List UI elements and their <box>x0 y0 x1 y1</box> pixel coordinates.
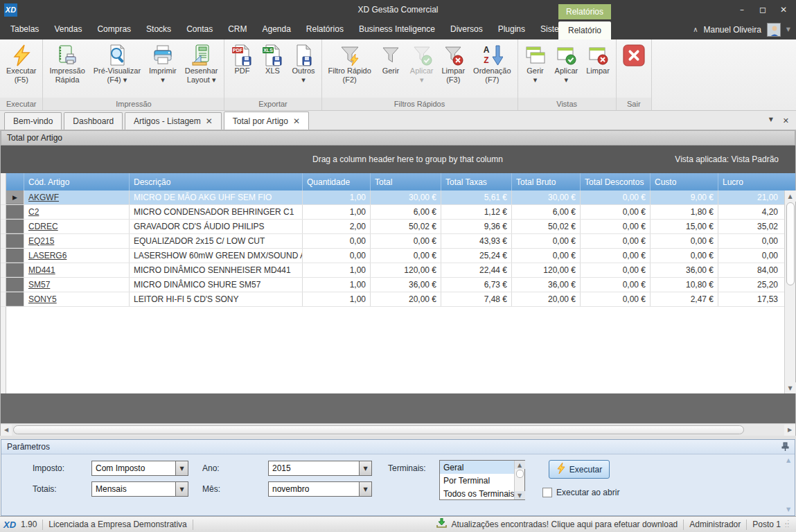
parameters-scrollbar[interactable]: ▲ ▼ <box>784 457 793 513</box>
tab-close-icon[interactable]: ✕ <box>206 118 213 125</box>
article-code-link[interactable]: SONY5 <box>28 294 57 304</box>
terminais-scroll-down-icon[interactable]: ▼ <box>515 491 525 499</box>
scroll-left-icon[interactable]: ◀ <box>1 425 12 436</box>
scroll-up-icon[interactable]: ▲ <box>785 190 796 202</box>
sort-az-button[interactable]: AZOrdenação(F7) <box>469 42 515 85</box>
column-header-c-d-artigo[interactable]: Cód. Artigo <box>24 173 129 190</box>
terminais-option-todos-os-terminais[interactable]: Todos os Terminais <box>440 487 514 499</box>
column-header-total[interactable]: Total <box>370 173 441 190</box>
article-code-link[interactable]: LASERG6 <box>28 251 67 260</box>
table-row[interactable]: LASERG6LASERSHOW 60mW GREEN DMX/SOUND A.… <box>1 249 795 263</box>
menu-item-vendas[interactable]: Vendas <box>46 19 89 39</box>
menu-item-agenda[interactable]: Agenda <box>254 19 298 39</box>
terminais-option-por-terminal[interactable]: Por Terminal <box>440 474 514 487</box>
user-name[interactable]: Manuel Oliveira <box>703 25 761 35</box>
terminais-scroll-up-icon[interactable]: ▲ <box>515 461 525 469</box>
vertical-scroll-thumb[interactable] <box>786 202 795 285</box>
xls-file-button[interactable]: XLSXLS <box>257 42 288 85</box>
mes-dropdown-icon[interactable]: ▼ <box>359 482 371 496</box>
parameters-scroll-up-icon[interactable]: ▲ <box>786 457 790 463</box>
menu-item-contas[interactable]: Contas <box>179 19 220 39</box>
column-header-custo[interactable]: Custo <box>650 173 718 190</box>
terminais-listbox[interactable]: GeralPor TerminalTodos os Terminais ▲ ▼ <box>439 460 525 500</box>
filter-quick-button[interactable]: Filtro Rápido(F2) <box>324 42 375 85</box>
filter-clear-button[interactable]: Limpar(F3) <box>437 42 469 85</box>
terminais-option-geral[interactable]: Geral <box>440 461 514 474</box>
article-code-link[interactable]: CDREC <box>28 222 58 231</box>
contextual-tab-relatorios[interactable]: Relatórios <box>558 4 611 19</box>
menu-item-diversos[interactable]: Diversos <box>443 19 490 39</box>
close-button[interactable]: ✕ <box>774 3 793 17</box>
table-row[interactable]: MD441MICRO DINÂMICO SENNHEISER MD4411,00… <box>1 263 795 278</box>
totais-dropdown-icon[interactable]: ▼ <box>175 482 188 496</box>
minimize-button[interactable]: – <box>732 3 752 17</box>
table-row[interactable]: CDRECGRAVADOR CD'S ÁUDIO PHILIPS2,0050,0… <box>1 220 795 234</box>
tab-artigos-listagem[interactable]: Artigos - Listagem✕ <box>125 112 222 130</box>
article-code-link[interactable]: AKGWF <box>28 193 59 202</box>
resize-grip[interactable]: .::: <box>785 520 793 529</box>
imposto-select[interactable]: Com Imposto ▼ <box>91 461 188 476</box>
ano-dropdown-icon[interactable]: ▼ <box>359 461 371 475</box>
table-row[interactable]: SONY5LEITOR HI-FI 5 CD'S SONY1,0020,00 €… <box>1 292 795 307</box>
exit-button[interactable] <box>619 42 649 76</box>
views-manage-button[interactable]: Gerir▾ <box>520 42 551 85</box>
print-preview-button[interactable]: Pré-Visualizar(F4) ▾ <box>89 42 145 85</box>
execute-button[interactable]: Executar <box>549 460 610 479</box>
scroll-down-icon[interactable]: ▼ <box>785 382 796 393</box>
mes-select[interactable]: novembro ▼ <box>268 481 372 497</box>
terminais-scrollbar[interactable]: ▲ ▼ <box>514 461 524 499</box>
execute-on-open-checkbox[interactable] <box>542 488 552 497</box>
column-header-quantidade[interactable]: Quantidade <box>302 173 370 190</box>
menu-item-plugins[interactable]: Plugins <box>490 19 533 39</box>
ribbon-tab-relatorio[interactable]: Relatório <box>558 21 611 39</box>
update-message-link[interactable]: Atualizações encontradas! Clique aqui pa… <box>451 520 678 529</box>
parameters-scroll-down-icon[interactable]: ▼ <box>786 506 790 513</box>
menu-item-tabelas[interactable]: Tabelas <box>3 19 46 39</box>
article-code-link[interactable]: C2 <box>28 207 39 217</box>
views-clear-button[interactable]: Limpar <box>582 42 614 85</box>
column-header-total-bruto[interactable]: Total Bruto <box>511 173 580 190</box>
pdf-file-button[interactable]: PDFPDF <box>227 42 257 85</box>
table-row[interactable]: EQ215EQUALIZADOR 2x15 C/ LOW CUT0,000,00… <box>1 234 795 249</box>
other-file-button[interactable]: Outros▾ <box>288 42 319 85</box>
column-header-total-descontos[interactable]: Total Descontos <box>580 173 650 190</box>
tab-total-por-artigo[interactable]: Total por Artigo✕ <box>224 112 309 130</box>
column-header-lucro[interactable]: Lucro <box>718 173 782 190</box>
article-code-link[interactable]: EQ215 <box>28 236 54 246</box>
menu-item-business-inteligence[interactable]: Business Inteligence <box>351 19 443 39</box>
execute-lightning-button[interactable]: Executar(F5) <box>2 42 40 85</box>
tab-list-dropdown-icon[interactable]: ▼ <box>769 116 773 125</box>
horizontal-scrollbar[interactable]: ◀ ▶ <box>1 423 795 436</box>
printer-button[interactable]: Imprimir▾ <box>145 42 181 85</box>
menu-item-compras[interactable]: Compras <box>89 19 139 39</box>
tab-close-all-icon[interactable]: ✕ <box>783 116 789 125</box>
terminais-scroll-thumb[interactable] <box>516 470 524 478</box>
article-code-link[interactable]: MD441 <box>28 265 55 275</box>
totais-select[interactable]: Mensais ▼ <box>91 481 188 497</box>
design-layout-button[interactable]: DesenharLayout ▾ <box>181 42 222 85</box>
collapse-ribbon-icon[interactable]: ∧ <box>693 26 698 33</box>
pin-icon[interactable] <box>781 442 789 454</box>
horizontal-scroll-thumb[interactable] <box>13 425 744 434</box>
menu-item-stocks[interactable]: Stocks <box>139 19 179 39</box>
table-row[interactable]: ▶AKGWFMICRO DE MÃO AKG UHF SEM FIO1,0030… <box>1 190 795 205</box>
article-code-link[interactable]: SM57 <box>28 280 50 290</box>
tab-bem-vindo[interactable]: Bem-vindo <box>4 112 62 130</box>
user-dropdown-icon[interactable]: ▼ <box>786 26 790 33</box>
group-by-band[interactable]: Drag a column header here to group by th… <box>1 145 795 173</box>
imposto-dropdown-icon[interactable]: ▼ <box>175 461 188 475</box>
tab-dashboard[interactable]: Dashboard <box>64 112 123 130</box>
vertical-scrollbar[interactable]: ▲ ▼ <box>784 190 795 393</box>
table-row[interactable]: C2MICRO CONDENSADOR BEHRINGER C11,006,00… <box>1 205 795 220</box>
user-avatar[interactable] <box>767 23 781 37</box>
table-row[interactable]: SM57MICRO DINÂMICO SHURE SM571,0036,00 €… <box>1 278 795 292</box>
scroll-right-icon[interactable]: ▶ <box>784 425 795 436</box>
quick-print-button[interactable]: ImpressãoRápida <box>45 42 89 85</box>
views-apply-button[interactable]: Aplicar▾ <box>551 42 583 85</box>
column-header-descri-o[interactable]: Descrição <box>129 173 302 190</box>
menu-item-relatórios[interactable]: Relatórios <box>299 19 351 39</box>
tab-close-icon[interactable]: ✕ <box>293 118 300 125</box>
column-header-total-taxas[interactable]: Total Taxas <box>441 173 511 190</box>
filter-button[interactable]: Gerir <box>375 42 406 85</box>
maximize-button[interactable]: ◻ <box>753 3 772 17</box>
